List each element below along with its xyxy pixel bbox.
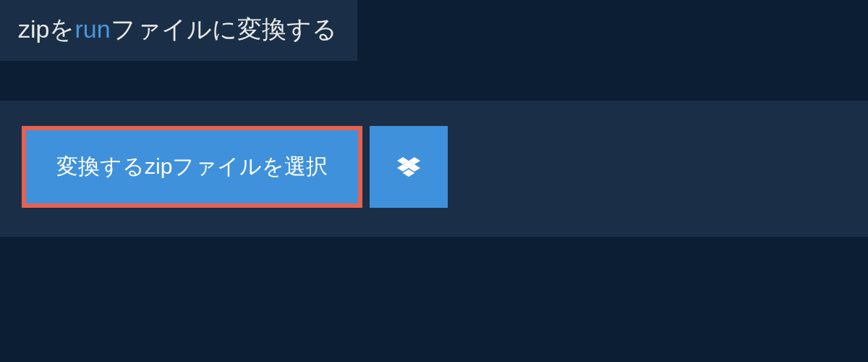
page-title: zipをrunファイルに変換する <box>18 13 337 46</box>
title-text-2: ファイルに変換する <box>111 15 337 43</box>
title-bar: zipをrunファイルに変換する <box>0 0 357 61</box>
title-text-1: を <box>49 15 75 43</box>
target-format: run <box>75 15 110 43</box>
svg-marker-4 <box>403 169 414 177</box>
button-row: 変換するzipファイルを選択 <box>0 101 868 208</box>
dropbox-icon <box>397 156 420 179</box>
main-panel: 変換するzipファイルを選択 <box>0 101 868 237</box>
source-format: zip <box>18 15 49 43</box>
select-file-button[interactable]: 変換するzipファイルを選択 <box>22 126 362 208</box>
dropbox-button[interactable] <box>370 126 448 208</box>
